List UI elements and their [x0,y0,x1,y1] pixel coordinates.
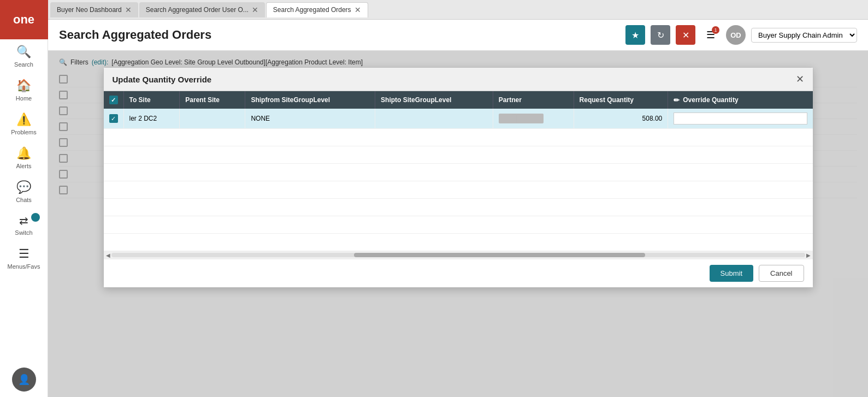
table-row-empty-7 [104,234,813,251]
cell-override-qty [668,109,813,129]
menus-icon: ☰ [19,247,29,261]
sidebar: one 🔍 Search 🏠 Home ⚠️ Problems 🔔 Alerts… [0,0,48,397]
home-icon: 🏠 [16,79,31,93]
sidebar-item-home[interactable]: 🏠 Home [0,73,48,107]
app-logo: one [0,0,48,39]
row-checkbox-checked[interactable]: ✓ [109,114,118,123]
th-override-qty: ✏ Override Quantity [668,91,813,109]
cell-shipto [375,109,493,129]
th-shipfrom: Shipfrom SiteGroupLevel [245,91,375,109]
modal-footer: Submit Cancel [104,259,813,287]
th-to-site: To Site [123,91,180,109]
horizontal-scrollbar[interactable]: ◀ ▶ [104,251,813,259]
sidebar-item-switch[interactable]: ⇄ Switch [0,209,48,241]
page-header: Search Aggregated Orders ★ ↻ ✕ ☰ 1 OD Bu… [48,20,868,51]
modal-body: ✓ To Site Parent Site Shipfrom SiteGroup… [104,91,813,259]
user-initials-badge: OD [726,25,746,45]
table-row-empty-4 [104,181,813,199]
page-title: Search Aggregated Orders [59,28,620,42]
close-page-button[interactable]: ✕ [676,25,695,45]
table-row: ✓ ler 2 DC2 NONE ████ 508.00 [104,109,813,129]
scroll-left-arrow[interactable]: ◀ [105,252,111,258]
menu-button[interactable]: ☰ 1 [701,25,721,45]
row-check-cell: ✓ [104,109,124,129]
tab-close-3[interactable]: ✕ [355,6,361,14]
alerts-icon: 🔔 [16,146,31,161]
star-icon: ★ [631,30,639,40]
star-button[interactable]: ★ [625,25,645,45]
th-parent-site: Parent Site [180,91,245,109]
header-checkbox[interactable]: ✓ [109,96,118,104]
submit-button[interactable]: Submit [710,265,753,282]
notification-badge: 1 [712,26,719,34]
search-icon: 🔍 [16,45,31,59]
table-header: ✓ To Site Parent Site Shipfrom SiteGroup… [104,91,813,109]
page-content: 🔍 Filters (edit): [Aggregation Geo Level… [48,51,868,397]
sidebar-item-menus[interactable]: ☰ Menus/Favs [0,241,48,275]
tab-buyer-neo-dashboard[interactable]: Buyer Neo Dashboard ✕ [50,2,138,17]
sidebar-item-problems[interactable]: ⚠️ Problems [0,107,48,141]
switch-badge [31,213,40,222]
user-avatar[interactable]: 👤 [12,364,36,397]
modal-close-button[interactable]: ✕ [796,73,804,85]
th-partner: Partner [493,91,574,109]
modal-title: Update Quantity Override [113,75,212,84]
table-body: ✓ ler 2 DC2 NONE ████ 508.00 [104,109,813,251]
scroll-right-arrow[interactable]: ▶ [805,252,812,258]
cell-partner: ████ [493,109,574,129]
th-shipto: Shipto SiteGroupLevel [375,91,493,109]
avatar-icon: 👤 [12,368,36,392]
edit-icon: ✏ [674,96,680,104]
tab-close-2[interactable]: ✕ [252,6,258,14]
scrollbar-thumb [354,253,645,257]
th-check: ✓ [104,91,124,109]
th-request-qty: Request Quantity [574,91,668,109]
refresh-icon: ↻ [657,30,664,40]
scrollbar-track[interactable] [111,253,805,257]
update-quantity-override-modal: Update Quantity Override ✕ ✓ [103,67,813,288]
tab-bar: Buyer Neo Dashboard ✕ Search Aggregated … [48,0,868,20]
sidebar-item-chats[interactable]: 💬 Chats [0,175,48,209]
table-row-empty-5 [104,199,813,216]
sidebar-item-alerts[interactable]: 🔔 Alerts [0,141,48,175]
override-qty-input[interactable] [674,112,807,125]
table-row-empty-1 [104,129,813,146]
close-icon: ✕ [682,30,689,40]
user-role-select[interactable]: Buyer Supply Chain Admin [751,28,857,43]
cell-parent-site [180,109,245,129]
sidebar-item-search[interactable]: 🔍 Search [0,39,48,73]
cell-shipfrom: NONE [245,109,375,129]
problems-icon: ⚠️ [16,112,31,127]
override-table: ✓ To Site Parent Site Shipfrom SiteGroup… [104,91,813,251]
tab-search-aggregated-orders[interactable]: Search Aggregated Orders ✕ [266,2,368,17]
main-area: Buyer Neo Dashboard ✕ Search Aggregated … [48,0,868,397]
partner-redacted: ████ [499,114,544,123]
tab-search-aggregated-order-user[interactable]: Search Aggregated Order User O... ✕ [139,2,265,17]
table-row-empty-3 [104,164,813,181]
table-row-empty-2 [104,146,813,164]
cancel-button[interactable]: Cancel [759,265,804,282]
chats-icon: 💬 [16,180,31,194]
cell-to-site: ler 2 DC2 [123,109,180,129]
refresh-button[interactable]: ↻ [651,25,670,45]
modal-backdrop: Update Quantity Override ✕ ✓ [48,51,868,397]
table-row-empty-6 [104,216,813,234]
tab-close-1[interactable]: ✕ [125,6,132,14]
cell-request-qty: 508.00 [574,109,668,129]
switch-icon: ⇄ [19,214,28,227]
modal-header: Update Quantity Override ✕ [104,68,813,91]
